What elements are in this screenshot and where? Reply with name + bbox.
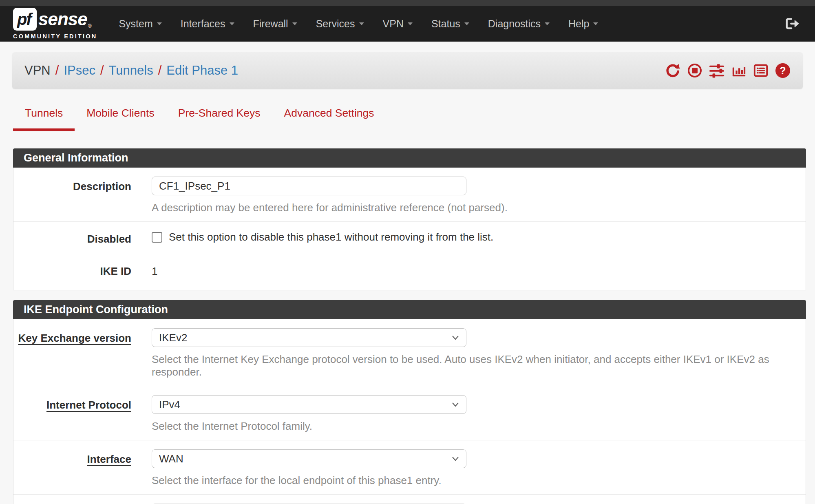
- subnav-tabs: Tunnels Mobile Clients Pre-Shared Keys A…: [13, 101, 802, 131]
- nav-item-services[interactable]: Services: [307, 18, 373, 30]
- breadcrumb-separator: /: [153, 63, 167, 78]
- nav-item-label: Help: [568, 18, 589, 30]
- interface-select[interactable]: WAN: [152, 449, 466, 468]
- disabled-checkbox-text: Set this option to disable this phase1 w…: [169, 231, 493, 243]
- nav-item-label: Services: [316, 18, 355, 30]
- breadcrumb-bar: VPN / IPsec / Tunnels / Edit Phase 1: [12, 52, 803, 89]
- remote-gateway-row: Remote Gateway Enter the public IP addre…: [13, 494, 806, 504]
- nav-item-vpn[interactable]: VPN: [373, 18, 422, 30]
- nav-item-label: Firewall: [253, 18, 288, 30]
- key-exchange-version-help: Select the Internet Key Exchange protoco…: [152, 353, 806, 378]
- select-value: IKEv2: [159, 332, 187, 344]
- pfsense-logo[interactable]: pf sense ® COMMUNITY EDITION: [13, 8, 97, 40]
- description-row: Description A description may be entered…: [13, 168, 806, 221]
- help-icon[interactable]: ?: [775, 63, 791, 78]
- logo-subtitle: COMMUNITY EDITION: [13, 33, 97, 40]
- disabled-label: Disabled: [13, 231, 152, 247]
- main-navbar: pf sense ® COMMUNITY EDITION System Inte…: [0, 6, 815, 42]
- key-exchange-version-row: Key Exchange version IKEv2 Select the In…: [13, 319, 806, 386]
- chevron-down-icon: [451, 455, 459, 462]
- breadcrumb-separator: /: [51, 63, 64, 78]
- interface-row: Interface WAN Select the interface for t…: [13, 440, 806, 494]
- nav-item-label: Status: [431, 18, 460, 30]
- tab-tunnels[interactable]: Tunnels: [13, 101, 75, 131]
- description-input[interactable]: [152, 177, 466, 195]
- tab-mobile-clients[interactable]: Mobile Clients: [75, 101, 166, 131]
- breadcrumb-root: VPN: [24, 63, 51, 78]
- nav-item-label: Interfaces: [181, 18, 225, 30]
- breadcrumb-link-ipsec[interactable]: IPsec: [64, 63, 95, 78]
- select-value: WAN: [159, 453, 183, 465]
- nav-item-interfaces[interactable]: Interfaces: [171, 18, 244, 30]
- sense-wordmark: sense: [38, 10, 87, 28]
- description-label: Description: [13, 177, 152, 217]
- disabled-checkbox[interactable]: [152, 232, 162, 243]
- interface-label: Interface: [13, 449, 152, 490]
- description-help: A description may be entered here for ad…: [152, 201, 806, 214]
- select-value: IPv4: [159, 398, 180, 411]
- nav-item-help[interactable]: Help: [559, 18, 607, 30]
- sliders-icon[interactable]: [709, 63, 724, 78]
- disabled-row: Disabled Set this option to disable this…: [13, 221, 806, 255]
- breadcrumb: VPN / IPsec / Tunnels / Edit Phase 1: [24, 63, 238, 78]
- breadcrumb-link-tunnels[interactable]: Tunnels: [109, 63, 153, 78]
- sign-out-icon[interactable]: [785, 16, 802, 31]
- chevron-down-icon: [292, 22, 297, 25]
- chevron-down-icon: [451, 334, 459, 341]
- chevron-down-icon: [408, 22, 413, 25]
- page-action-icons: ?: [665, 63, 791, 78]
- ike-id-label: IKE ID: [13, 264, 152, 281]
- section-title: IKE Endpoint Configuration: [13, 300, 806, 319]
- section-title: General Information: [13, 148, 806, 168]
- refresh-icon[interactable]: [665, 63, 680, 78]
- chevron-down-icon: [545, 22, 550, 25]
- general-information-panel: General Information Description A descri…: [13, 148, 806, 290]
- pf-logo-mark: pf: [13, 8, 37, 31]
- chevron-down-icon: [230, 22, 234, 25]
- internet-protocol-label: Internet Protocol: [13, 395, 152, 436]
- registered-mark: ®: [88, 23, 92, 29]
- nav-item-label: VPN: [383, 18, 404, 30]
- tab-advanced-settings[interactable]: Advanced Settings: [272, 101, 386, 131]
- internet-protocol-row: Internet Protocol IPv4 Select the Intern…: [13, 386, 806, 440]
- internet-protocol-select[interactable]: IPv4: [152, 395, 466, 414]
- stop-icon[interactable]: [687, 63, 702, 78]
- chart-icon[interactable]: [731, 63, 747, 78]
- chevron-down-icon: [451, 401, 459, 408]
- breadcrumb-link-edit-phase1[interactable]: Edit Phase 1: [166, 63, 238, 78]
- chevron-down-icon: [157, 22, 162, 25]
- tab-pre-shared-keys[interactable]: Pre-Shared Keys: [166, 101, 272, 131]
- key-exchange-version-label: Key Exchange version: [13, 328, 152, 382]
- interface-help: Select the interface for the local endpo…: [152, 474, 806, 487]
- chevron-down-icon: [359, 22, 364, 25]
- nav-item-label: Diagnostics: [488, 18, 541, 30]
- nav-item-system[interactable]: System: [109, 18, 171, 30]
- nav-item-status[interactable]: Status: [422, 18, 479, 30]
- ike-id-row: IKE ID 1: [13, 255, 806, 290]
- ike-endpoint-configuration-panel: IKE Endpoint Configuration Key Exchange …: [13, 300, 806, 504]
- nav-menu: System Interfaces Firewall Services VPN …: [109, 18, 607, 30]
- ike-id-value: 1: [152, 264, 806, 278]
- chevron-down-icon: [593, 22, 598, 25]
- nav-item-diagnostics[interactable]: Diagnostics: [479, 18, 559, 30]
- internet-protocol-help: Select the Internet Protocol family.: [152, 420, 806, 433]
- breadcrumb-separator: /: [95, 63, 109, 78]
- nav-item-firewall[interactable]: Firewall: [244, 18, 307, 30]
- chevron-down-icon: [464, 22, 469, 25]
- nav-item-label: System: [119, 18, 152, 30]
- list-icon[interactable]: [753, 63, 769, 78]
- window-top-strip: [0, 0, 815, 6]
- key-exchange-version-select[interactable]: IKEv2: [152, 328, 466, 347]
